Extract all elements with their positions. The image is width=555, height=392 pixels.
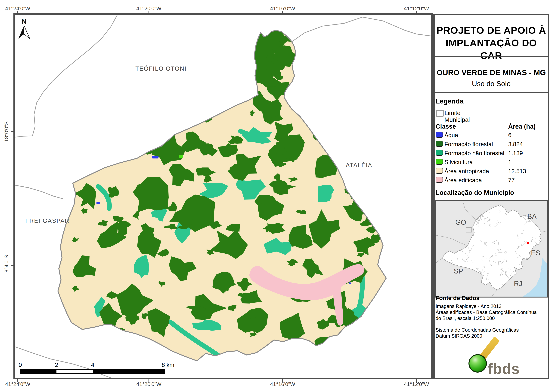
graticule-tick	[17, 11, 18, 14]
class-swatch	[436, 150, 443, 156]
class-swatch	[436, 141, 443, 147]
legend-row: Área edificada77	[436, 176, 546, 185]
coordinate-label: 18°0'0"S	[3, 121, 9, 142]
scale-bar-label: 8 km	[162, 362, 174, 368]
logo-text: fbds	[488, 361, 520, 377]
source-line: Imagens Rapideye - Ano 2013	[436, 303, 537, 309]
source-text-block2: Sistema de Coordenadas GeográficasDatum …	[436, 327, 519, 339]
place-label: FREI GASPAR	[25, 218, 69, 224]
coordinate-label: 41°16'0"W	[270, 5, 295, 12]
class-area-value: 1	[508, 159, 511, 166]
silviculture-spot	[179, 155, 183, 158]
coordinate-label: 18°4'0"S	[3, 255, 9, 276]
legend-row: Área antropizada12.513	[436, 166, 546, 176]
location-inset-map: GOBAESSPRJ	[435, 200, 548, 298]
panel-title-line1: PROJETO DE APOIO À	[435, 24, 548, 37]
inset-ocean	[523, 258, 548, 297]
coordinate-label: 41°24'0"W	[5, 5, 30, 12]
map-canvas: TEÓFILO OTONIATALÉIAFREI GASPARN0248 km	[15, 15, 431, 378]
inset-state-shape	[442, 205, 541, 290]
coordinate-label: 41°12'0"W	[404, 381, 429, 387]
legend-row: Silvicultura1	[436, 157, 546, 166]
class-swatch	[436, 168, 443, 174]
legend-row: Água6	[436, 130, 546, 140]
water-spot	[349, 283, 351, 285]
legend-col-classe: Classe	[436, 123, 456, 130]
graticule-tick	[148, 11, 149, 14]
scale-bar-label: 2	[55, 362, 58, 368]
coordinate-label: 41°12'0"W	[404, 5, 429, 12]
inset-canvas: GOBAESSPRJ	[436, 201, 548, 297]
graticule-tick	[17, 379, 18, 382]
legend-row: Formação não florestal1.139	[436, 149, 546, 157]
road-line	[292, 17, 431, 41]
scale-bar-label: 0	[19, 362, 22, 368]
coordinate-label: 41°20'0"W	[136, 381, 161, 387]
graticule-tick	[11, 131, 14, 132]
source-line: Sistema de Coordenadas Geográficas	[436, 327, 519, 333]
legend-table: Água6Formação florestal3.824Formação não…	[436, 130, 546, 185]
class-swatch	[436, 159, 443, 165]
coordinate-label: 41°16'0"W	[270, 381, 295, 387]
road-line	[15, 185, 63, 199]
class-label: Formação florestal	[445, 141, 493, 148]
divider	[435, 56, 548, 57]
class-label: Área antropizada	[445, 168, 489, 175]
source-text-block1: Imagens Rapideye - Ano 2013Áreas edifica…	[436, 303, 537, 321]
place-label: TEÓFILO OTONI	[135, 65, 187, 72]
road-line	[15, 15, 117, 137]
map-subject: Uso do Solo	[435, 80, 548, 88]
divider	[435, 92, 548, 93]
class-swatch	[436, 132, 443, 138]
state-label: ES	[531, 249, 540, 257]
source-line: do Brasil, escala 1:250.000	[436, 315, 537, 321]
class-swatch	[436, 177, 443, 183]
class-area-value: 3.824	[508, 141, 523, 148]
svg-text:N: N	[21, 17, 27, 26]
north-arrow-icon: N	[18, 17, 30, 39]
scale-bar: 0248 km	[19, 362, 174, 374]
class-label: Água	[445, 132, 458, 139]
legend-col-area: Área (ha)	[508, 123, 536, 130]
state-label: BA	[527, 213, 537, 220]
state-label: RJ	[514, 280, 522, 287]
state-label: SP	[454, 267, 463, 275]
municipality-landuse	[58, 24, 396, 362]
scale-bar-label: 4	[91, 362, 95, 368]
class-area-value: 6	[508, 132, 511, 139]
state-label: GO	[455, 218, 466, 226]
class-area-value: 1.139	[508, 150, 523, 157]
panel-title-line2: IMPLANTAÇÃO DO CAR	[435, 37, 548, 62]
source-line: Datum SIRGAS 2000	[436, 333, 519, 339]
coordinate-label: 41°24'0"W	[5, 381, 30, 387]
class-area-value: 77	[508, 177, 515, 184]
graticule-tick	[11, 265, 14, 266]
class-label: Formação não florestal	[445, 150, 504, 157]
municipality-name: OURO VERDE DE MINAS - MG	[435, 68, 548, 77]
limite-municipal-swatch	[436, 110, 444, 117]
legend-row: Formação florestal3.824	[436, 140, 546, 149]
right-panel: PROJETO DE APOIO À IMPLANTAÇÃO DO CAR OU…	[433, 14, 549, 379]
graticule-tick	[282, 11, 283, 14]
limite-municipal-label: Limite Municipal	[445, 110, 470, 123]
location-header: Localização do Município	[436, 189, 514, 196]
graticule-tick	[148, 379, 149, 382]
graticule-tick	[416, 11, 417, 14]
class-area-value: 12.513	[508, 168, 526, 175]
class-label: Silvicultura	[445, 159, 473, 166]
logo-sphere-icon	[468, 354, 487, 373]
water-spot	[96, 202, 100, 204]
water-spot	[152, 156, 159, 158]
source-line: Áreas edificadas - Base Cartográfica Con…	[436, 309, 537, 315]
graticule-tick	[282, 379, 283, 382]
map-frame: TEÓFILO OTONIATALÉIAFREI GASPARN0248 km	[14, 13, 433, 379]
class-label: Área edificada	[445, 177, 482, 184]
page: TEÓFILO OTONIATALÉIAFREI GASPARN0248 km …	[0, 0, 555, 392]
place-label: ATALÉIA	[346, 162, 372, 168]
legend-header: Legenda	[436, 97, 464, 105]
coordinate-label: 41°20'0"W	[136, 5, 161, 12]
source-header: Fonte de Dados	[436, 295, 480, 301]
graticule-tick	[416, 379, 417, 382]
